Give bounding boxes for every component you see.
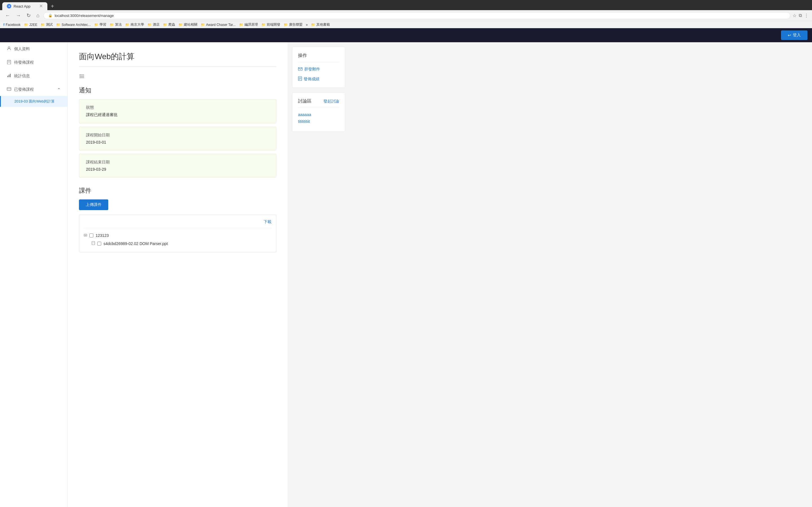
- tab-title: React App: [13, 4, 37, 8]
- start-discussion-link[interactable]: 發起討論: [323, 99, 339, 104]
- sidebar-item-stats[interactable]: 統計信息: [0, 69, 67, 83]
- login-icon: ↩: [788, 33, 791, 38]
- folder-icon: 📁: [110, 23, 114, 27]
- stats-icon: [7, 73, 11, 79]
- folder-icon: 📁: [94, 23, 98, 27]
- folder-icon: 📁: [284, 23, 288, 27]
- bookmark-compile[interactable]: 📁 編譯原理: [239, 22, 258, 27]
- extensions-icon[interactable]: ⧉: [799, 13, 802, 18]
- star-icon[interactable]: ☆: [793, 13, 797, 18]
- folder-checkbox[interactable]: [89, 233, 93, 237]
- folder-icon: 📁: [147, 23, 152, 27]
- discussion-title: 討論區: [298, 98, 312, 104]
- bookmark-algo[interactable]: 📁 算法: [110, 22, 122, 27]
- tab-favicon: ⚛: [7, 4, 11, 8]
- browser-chrome: ⚛ React App ✕ +: [0, 0, 812, 10]
- bookmark-label: Software Architec...: [61, 23, 91, 27]
- send-email-link[interactable]: 群發郵件: [298, 67, 320, 72]
- bookmark-crawler[interactable]: 📁 爬蟲: [163, 22, 175, 27]
- start-date-label: 課程開始日期: [86, 133, 269, 138]
- discussion-item-1[interactable]: tititititiit: [298, 119, 339, 124]
- svg-rect-7: [9, 75, 10, 77]
- bookmark-test[interactable]: 📁 測試: [41, 22, 53, 27]
- bookmarks-bar: f Facebook 📁 J2EE 📁 測試 📁 Software Archit…: [0, 21, 812, 28]
- bookmark-learn[interactable]: 📁 學習: [94, 22, 106, 27]
- forward-button[interactable]: →: [14, 12, 22, 19]
- courseware-section: 課件 上傳課件 下載 123123 s: [79, 186, 276, 252]
- bookmark-hotel[interactable]: 📁 酒店: [147, 22, 160, 27]
- bookmark-label: 其他書籤: [316, 22, 330, 27]
- tab-close-button[interactable]: ✕: [39, 4, 43, 8]
- folder-name: 123123: [96, 233, 109, 238]
- reload-button[interactable]: ↻: [25, 12, 33, 19]
- bookmark-label: Award Chaser Tar...: [206, 23, 236, 27]
- status-label: 狀態: [86, 105, 269, 110]
- bookmark-award[interactable]: 📁 Award Chaser Tar...: [201, 23, 236, 27]
- bookmark-label: 南京大學: [131, 22, 144, 27]
- folder-icon: 📁: [56, 23, 60, 27]
- menu-icon[interactable]: ⋮: [804, 13, 809, 18]
- folder-icon: 📁: [179, 23, 183, 27]
- sidebar-subitem-course[interactable]: 2019-03 面向Web的計算: [0, 96, 67, 107]
- download-link[interactable]: 下載: [264, 219, 271, 224]
- address-bar[interactable]: 🔒 localhost:3000/releasement/manage: [43, 12, 790, 19]
- svg-point-2: [8, 47, 10, 48]
- sidebar-published-left: 已發佈課程: [7, 87, 34, 92]
- discussion-item-0[interactable]: aaaaaa: [298, 112, 339, 117]
- list-icon[interactable]: [79, 75, 85, 80]
- bookmark-label: J2EE: [29, 23, 38, 27]
- end-date-value: 2019-03-29: [86, 167, 269, 172]
- folder-icon: 📁: [261, 23, 266, 27]
- notice-section-title: 通知: [79, 86, 276, 95]
- title-divider: [79, 66, 276, 67]
- actions-title: 操作: [298, 53, 339, 62]
- bookmark-facebook[interactable]: f Facebook: [3, 23, 20, 27]
- bookmark-label: 編譯原理: [245, 22, 258, 27]
- sidebar-label-stats: 統計信息: [14, 73, 30, 78]
- new-tab-button[interactable]: +: [49, 3, 56, 10]
- browser-toolbar-icons: ☆ ⧉ ⋮: [793, 13, 809, 18]
- address-text: localhost:3000/releasement/manage: [55, 13, 114, 18]
- action-links: 群發郵件 發佈成績: [298, 67, 339, 82]
- file-name: s4dcbd26989-02.02 DOM Parser.ppt: [103, 241, 168, 246]
- discussion-header: 討論區 發起討論: [298, 98, 339, 108]
- svg-rect-9: [7, 88, 11, 91]
- bookmark-label: Facebook: [6, 23, 20, 27]
- sidebar: 個人資料 待發佈課程 統計信息 已發佈課程 ⌃ 2019-03 面向Web的計: [0, 42, 68, 507]
- end-date-label: 課程結束日期: [86, 160, 269, 165]
- bookmark-label: 爬蟲: [168, 22, 175, 27]
- bookmarks-more-button[interactable]: »: [306, 23, 308, 27]
- browser-tab[interactable]: ⚛ React App ✕: [2, 2, 47, 10]
- bookmark-label: 測試: [46, 22, 53, 27]
- bookmark-software[interactable]: 📁 Software Architec...: [56, 23, 91, 27]
- page-title: 面向Web的計算: [79, 51, 276, 62]
- bookmark-label: 算法: [115, 22, 122, 27]
- bookmark-ads[interactable]: 📁 廣告聯盟: [284, 22, 303, 27]
- published-icon: [7, 87, 11, 92]
- folder-icon: 📁: [24, 23, 28, 27]
- file-tree-folder-item: 123123: [84, 231, 271, 239]
- bookmark-other[interactable]: 📁 其他書籤: [311, 22, 330, 27]
- bookmark-j2ee[interactable]: 📁 J2EE: [24, 23, 38, 27]
- facebook-icon: f: [3, 23, 4, 27]
- bookmark-webdev[interactable]: 📁 建站相關: [179, 22, 197, 27]
- publish-results-link[interactable]: 發佈成績: [298, 76, 319, 82]
- folder-icon: 📁: [163, 23, 167, 27]
- back-button[interactable]: ←: [3, 12, 12, 19]
- file-checkbox[interactable]: [97, 242, 101, 245]
- app-layout: 個人資料 待發佈課程 統計信息 已發佈課程 ⌃ 2019-03 面向Web的計: [0, 42, 812, 507]
- bookmark-nanjing[interactable]: 📁 南京大學: [125, 22, 144, 27]
- sidebar-item-pending[interactable]: 待發佈課程: [0, 56, 67, 69]
- sidebar-item-profile[interactable]: 個人資料: [0, 42, 67, 56]
- folder-icon: 📁: [201, 23, 205, 27]
- sidebar-label-profile: 個人資料: [14, 47, 30, 52]
- sidebar-item-published[interactable]: 已發佈課程 ⌃: [0, 83, 67, 96]
- upload-courseware-button[interactable]: 上傳課件: [79, 200, 108, 210]
- folder-toggle-icon[interactable]: [84, 233, 87, 238]
- sidebar-label-published: 已發佈課程: [14, 87, 34, 92]
- home-button[interactable]: ⌂: [35, 12, 41, 19]
- discussion-card: 討論區 發起討論 aaaaaa tititititiit: [292, 93, 345, 132]
- login-button[interactable]: ↩ 登入: [781, 31, 808, 40]
- document-icon: [298, 76, 302, 82]
- bookmark-frontend[interactable]: 📁 前端開發: [261, 22, 280, 27]
